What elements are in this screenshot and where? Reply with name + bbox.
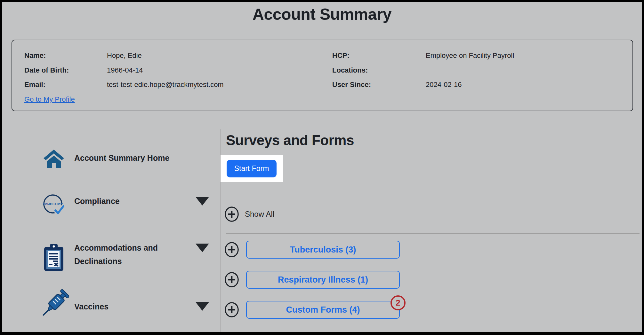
compliance-icon: COMPLIANCE	[42, 193, 65, 217]
sidebar-item-accommodations-declinations[interactable]: Accommodations and Declinations	[74, 241, 185, 268]
account-summary-page: Account Summary Name: Hope, Edie Date of…	[2, 2, 642, 332]
compliance-icon-text: COMPLIANCE	[43, 203, 63, 206]
user-since-label: User Since:	[332, 81, 426, 89]
accommodations-expand-chevron-down-icon[interactable]	[196, 244, 209, 252]
show-all-label: Show All	[245, 210, 274, 219]
profile-row-locations: Locations:	[332, 66, 426, 75]
custom-forms-expand-plus-icon[interactable]	[224, 302, 239, 317]
sidebar-item-vaccines[interactable]: Vaccines	[74, 300, 185, 313]
hcp-value: Employee on Facility Payroll	[426, 51, 514, 60]
show-all-plus-icon[interactable]	[224, 206, 239, 222]
go-to-my-profile-link[interactable]: Go to My Profile	[24, 95, 75, 104]
compliance-expand-chevron-down-icon[interactable]	[196, 197, 209, 206]
section-divider	[226, 233, 640, 234]
sidebar-item-account-summary-home[interactable]: Account Summary Home	[74, 151, 185, 165]
tuberculosis-button[interactable]: Tuberculosis (3)	[246, 241, 400, 259]
vaccines-expand-chevron-down-icon[interactable]	[196, 302, 209, 311]
section-heading: Surveys and Forms	[226, 132, 354, 148]
home-icon	[43, 150, 65, 169]
profile-summary-box: Name: Hope, Edie Date of Birth: 1966-04-…	[12, 40, 633, 111]
dob-label: Date of Birth:	[24, 66, 107, 74]
email-label: Email:	[24, 81, 107, 89]
name-label: Name:	[24, 51, 107, 60]
profile-row-email: Email: test-test-edie.hope@trackmytest.c…	[24, 80, 224, 90]
dob-value: 1966-04-14	[107, 66, 143, 74]
profile-row-user-since: User Since: 2024-02-16	[332, 80, 462, 90]
custom-forms-button[interactable]: Custom Forms (4)	[246, 301, 400, 319]
start-form-button[interactable]: Start Form	[227, 160, 277, 177]
clipboard-icon	[44, 244, 64, 273]
sidebar-item-compliance[interactable]: Compliance	[74, 194, 185, 208]
respiratory-expand-plus-icon[interactable]	[224, 272, 239, 287]
syringe-icon	[38, 288, 71, 324]
category-row-respiratory-illness: Respiratory Illness (1)	[224, 271, 400, 289]
category-row-tuberculosis: Tuberculosis (3)	[224, 241, 400, 259]
email-value: test-test-edie.hope@trackmytest.com	[107, 81, 224, 89]
user-since-value: 2024-02-16	[426, 81, 462, 89]
name-value: Hope, Edie	[107, 51, 142, 60]
show-all-control[interactable]: Show All	[224, 206, 274, 222]
profile-row-name: Name: Hope, Edie	[24, 51, 142, 60]
tuberculosis-expand-plus-icon[interactable]	[224, 242, 239, 257]
profile-row-dob: Date of Birth: 1966-04-14	[24, 66, 143, 75]
page-title: Account Summary	[2, 5, 642, 24]
respiratory-illness-button[interactable]: Respiratory Illness (1)	[246, 271, 400, 289]
profile-row-hcp: HCP: Employee on Facility Payroll	[332, 51, 514, 60]
app-window: Account Summary Name: Hope, Edie Date of…	[0, 0, 644, 335]
hcp-label: HCP:	[332, 51, 426, 60]
custom-forms-notification-badge: 2	[390, 295, 406, 310]
category-row-custom-forms: Custom Forms (4)	[224, 301, 400, 319]
locations-label: Locations:	[332, 66, 426, 74]
start-form-highlight: Start Form	[221, 155, 283, 182]
